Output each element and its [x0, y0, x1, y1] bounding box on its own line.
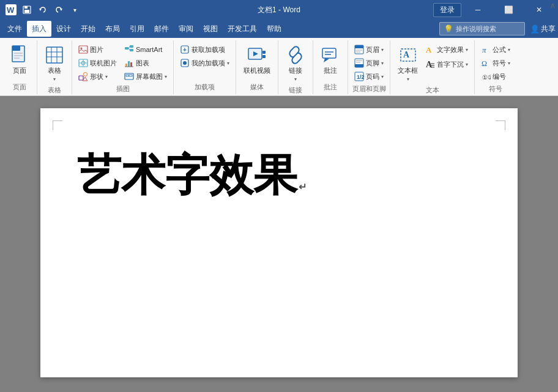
title-bar-right: 登录 ─ ⬜ ✕ [433, 0, 553, 20]
my-addins-icon [180, 58, 190, 68]
margin-mark-tl [53, 120, 62, 130]
wordart-button[interactable]: A 文字效果 ▾ [423, 43, 471, 56]
menu-references[interactable]: 引用 [125, 21, 149, 37]
ribbon-group-addins: + 获取加载项 我的加载项 ▾ [174, 40, 236, 94]
menu-developer[interactable]: 开发工具 [223, 21, 262, 37]
page-button[interactable]: 页面 [6, 43, 33, 78]
ribbon-collapse-button[interactable]: ∧ [550, 1, 556, 10]
ribbon-group-page-content: 页面 [6, 40, 33, 83]
title-bar-left: W [5, 2, 82, 17]
symbol-button[interactable]: Ω 符号 ▾ [478, 56, 513, 70]
menu-file[interactable]: 文件 [2, 21, 27, 37]
online-picture-button[interactable]: 联机图片 [76, 56, 119, 70]
menu-home[interactable]: 开始 [76, 21, 100, 37]
comment-button[interactable]: 批注 [317, 43, 344, 78]
formula-button[interactable]: π 公式 ▾ [478, 43, 513, 56]
svg-text:A: A [426, 45, 432, 54]
svg-rect-31 [125, 64, 127, 67]
document-content[interactable]: 艺术字效果↵ [77, 151, 481, 199]
addins-col: + 获取加载项 我的加载项 ▾ [177, 43, 232, 70]
paragraph-mark: ↵ [299, 182, 307, 193]
svg-point-41 [183, 61, 187, 65]
page-number-button[interactable]: 1/2 页码 ▾ [352, 70, 386, 83]
art-text-label: 艺术字效果 [77, 151, 297, 199]
table-dropdown-arrow: ▾ [53, 76, 56, 82]
ribbon-group-comments-content: 批注 [317, 40, 344, 83]
customize-quick-btn[interactable]: ▾ [67, 2, 82, 17]
header-button[interactable]: 页眉 ▾ [352, 43, 386, 56]
my-addins-dropdown: ▾ [227, 61, 229, 66]
get-addins-icon: + [180, 45, 190, 54]
picture-button[interactable]: 图片 [76, 43, 119, 56]
formula-dropdown: ▾ [508, 47, 510, 53]
login-button[interactable]: 登录 [433, 3, 461, 17]
ribbon-group-headerfooter: 页眉 ▾ 页脚 ▾ [348, 40, 390, 94]
picture-icon [78, 45, 88, 54]
svg-text:A: A [403, 50, 410, 59]
ribbon-group-comments-label: 批注 [317, 83, 344, 94]
redo-quick-btn[interactable] [51, 2, 66, 17]
link-button[interactable]: 链接 ▾ [282, 43, 309, 84]
svg-rect-28 [130, 49, 133, 51]
title-bar-title: 文档1 - Word [258, 5, 300, 15]
svg-line-29 [128, 46, 130, 48]
my-addins-button[interactable]: 我的加载项 ▾ [177, 56, 232, 70]
chart-button[interactable]: 图表 [122, 56, 169, 70]
document-page[interactable]: 艺术字效果↵ [40, 108, 518, 377]
search-box[interactable]: 💡 操作说明搜索 [439, 22, 525, 35]
svg-rect-52 [355, 45, 363, 48]
ribbon-group-table-content: 表格 ▾ [41, 40, 68, 86]
close-button[interactable]: ✕ [525, 0, 553, 20]
textbox-button[interactable]: A 文本框 ▾ [394, 43, 422, 84]
svg-rect-37 [129, 75, 132, 76]
shapes-icon [78, 72, 88, 81]
menu-design[interactable]: 设计 [51, 21, 76, 37]
menu-mailings[interactable]: 邮件 [149, 21, 174, 37]
svg-rect-4 [24, 10, 29, 13]
online-video-button[interactable]: 联机视频 [240, 43, 274, 78]
ribbon: 页面 页面 表格 [0, 38, 558, 96]
ribbon-group-page-label: 页面 [6, 83, 33, 94]
share-button[interactable]: 👤 共享 [530, 24, 556, 34]
get-addins-button[interactable]: + 获取加载项 [177, 43, 232, 56]
numbering-symbol-button[interactable]: ①② 编号 [478, 70, 513, 83]
svg-rect-33 [130, 62, 132, 67]
ribbon-group-media-content: 联机视频 [240, 40, 274, 83]
online-picture-icon [78, 58, 88, 68]
shapes-button[interactable]: 形状 ▾ [76, 70, 119, 83]
ribbon-group-table-label: 表格 [41, 86, 68, 97]
link-dropdown: ▾ [294, 76, 297, 82]
minimize-button[interactable]: ─ [464, 0, 492, 20]
menu-layout[interactable]: 布局 [100, 21, 125, 37]
footer-dropdown: ▾ [381, 61, 384, 66]
menu-view[interactable]: 视图 [198, 21, 223, 37]
smartart-button[interactable]: SmartArt [122, 43, 169, 56]
illustrations-col1: 图片 联机图片 [76, 43, 119, 83]
chart-icon [124, 58, 134, 68]
shapes-dropdown: ▾ [105, 74, 108, 80]
svg-point-18 [81, 48, 83, 50]
svg-rect-45 [262, 55, 266, 58]
header-icon [354, 45, 364, 54]
symbol-icon: Ω [481, 58, 491, 68]
footer-icon [354, 58, 364, 68]
symbols-col: π 公式 ▾ Ω 符号 ▾ [478, 43, 513, 83]
menu-review[interactable]: 审阅 [174, 21, 198, 37]
dropcap-button[interactable]: A 首字下沉 ▾ [423, 57, 471, 71]
ribbon-group-text-content: A 文本框 ▾ A [394, 40, 471, 86]
svg-rect-23 [79, 76, 83, 80]
title-bar: W [0, 0, 558, 20]
undo-quick-btn[interactable] [35, 2, 50, 17]
restore-button[interactable]: ⬜ [494, 0, 523, 20]
text-col1: A 文本框 ▾ [394, 43, 422, 84]
numbering-symbol-icon: ①② [481, 72, 491, 81]
table-button[interactable]: 表格 ▾ [41, 43, 68, 84]
menu-help[interactable]: 帮助 [262, 21, 286, 37]
ribbon-group-media: 联机视频 媒体 [236, 40, 278, 94]
menu-insert[interactable]: 插入 [27, 21, 51, 37]
svg-rect-17 [79, 46, 87, 53]
text-col2: A 文字效果 ▾ [423, 43, 471, 71]
footer-button[interactable]: 页脚 ▾ [352, 56, 386, 70]
screenshot-button[interactable]: 屏幕截图 ▾ [122, 70, 169, 83]
save-quick-btn[interactable] [20, 2, 34, 17]
